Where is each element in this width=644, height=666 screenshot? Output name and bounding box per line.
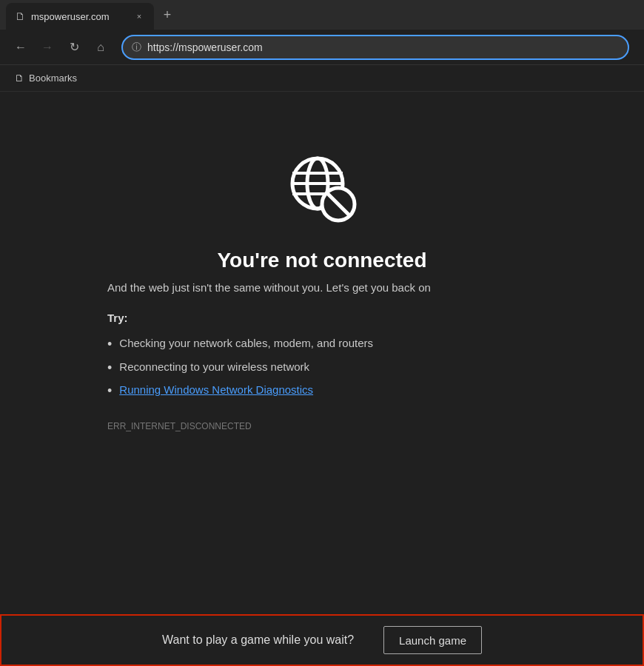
bookmarks-folder[interactable]: 🗋 Bookmarks <box>9 70 83 87</box>
new-tab-button[interactable]: + <box>154 1 181 28</box>
bookmarks-label: Bookmarks <box>29 73 77 84</box>
list-item: • Checking your network cables, modem, a… <box>107 333 537 357</box>
list-item: • Running Windows Network Diagnostics <box>107 380 537 403</box>
suggestion-text: Checking your network cables, modem, and… <box>119 337 373 349</box>
bullet-icon: • <box>107 360 112 377</box>
error-title: You're not connected <box>107 249 537 272</box>
forward-button[interactable]: → <box>36 36 59 59</box>
tab-page-icon: 🗋 <box>15 10 25 22</box>
game-banner: Want to play a game while you wait? Laun… <box>0 614 644 666</box>
refresh-button[interactable]: ↻ <box>62 36 86 59</box>
home-button[interactable]: ⌂ <box>89 36 113 59</box>
active-tab[interactable]: 🗋 mspoweruser.com × <box>6 3 154 30</box>
list-item: • Reconnecting to your wireless network <box>107 357 537 380</box>
error-subtitle: And the web just isn't the same without … <box>107 281 537 294</box>
no-connection-icon <box>285 151 359 225</box>
error-content: You're not connected And the web just is… <box>107 249 537 431</box>
back-button[interactable]: ← <box>9 36 33 59</box>
tab-title: mspoweruser.com <box>31 11 127 22</box>
tab-close-button[interactable]: × <box>133 10 145 22</box>
title-bar: 🗋 mspoweruser.com × + <box>0 0 644 30</box>
bullet-icon: • <box>107 337 112 353</box>
suggestion-text: Reconnecting to your wireless network <box>119 360 309 373</box>
url-display: https://mspoweruser.com <box>147 41 619 53</box>
navigation-bar: ← → ↻ ⌂ ⓘ https://mspoweruser.com <box>0 30 644 65</box>
diagnostics-link[interactable]: Running Windows Network Diagnostics <box>119 383 313 396</box>
address-bar[interactable]: ⓘ https://mspoweruser.com <box>121 35 629 60</box>
launch-game-button[interactable]: Launch game <box>383 626 482 654</box>
suggestions-list: • Checking your network cables, modem, a… <box>107 333 537 403</box>
info-icon: ⓘ <box>132 41 141 54</box>
error-code: ERR_INTERNET_DISCONNECTED <box>107 421 537 431</box>
game-prompt-text: Want to play a game while you wait? <box>162 633 354 647</box>
content-area: You're not connected And the web just is… <box>0 92 644 666</box>
try-label: Try: <box>107 312 537 324</box>
bullet-icon: • <box>107 383 112 400</box>
bookmarks-bar: 🗋 Bookmarks <box>0 65 644 92</box>
bookmarks-icon: 🗋 <box>15 73 24 84</box>
